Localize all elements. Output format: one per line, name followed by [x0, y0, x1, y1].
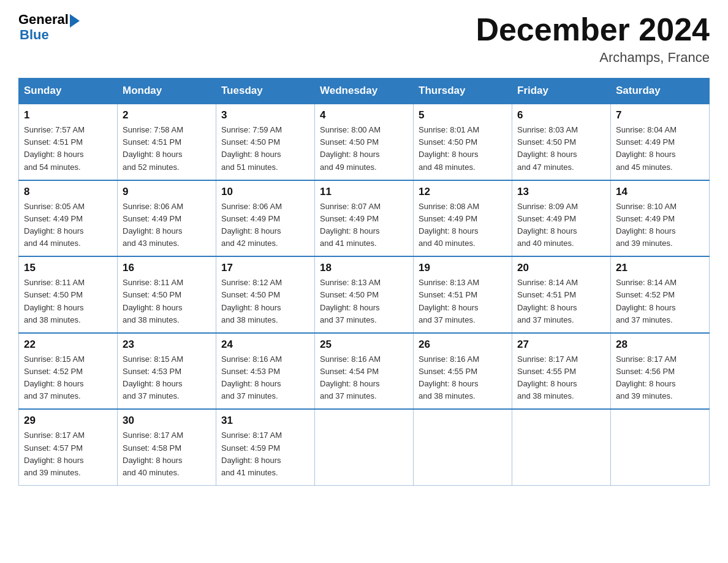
day-info: Sunrise: 8:13 AMSunset: 4:50 PMDaylight:… — [320, 277, 408, 326]
day-number: 12 — [419, 186, 507, 198]
calendar-cell: 6 Sunrise: 8:03 AMSunset: 4:50 PMDayligh… — [512, 104, 611, 180]
day-number: 31 — [221, 415, 309, 427]
day-info: Sunrise: 8:14 AMSunset: 4:51 PMDaylight:… — [517, 277, 605, 326]
logo: General Blue — [18, 12, 80, 42]
calendar-week-row: 1 Sunrise: 7:57 AMSunset: 4:51 PMDayligh… — [19, 104, 710, 180]
calendar-cell: 21 Sunrise: 8:14 AMSunset: 4:52 PMDaylig… — [611, 256, 710, 333]
day-number: 25 — [320, 339, 408, 351]
calendar-cell: 5 Sunrise: 8:01 AMSunset: 4:50 PMDayligh… — [414, 104, 512, 180]
calendar-cell: 4 Sunrise: 8:00 AMSunset: 4:50 PMDayligh… — [315, 104, 414, 180]
calendar-week-row: 22 Sunrise: 8:15 AMSunset: 4:52 PMDaylig… — [19, 333, 710, 410]
day-number: 23 — [123, 339, 211, 351]
column-header-monday: Monday — [118, 79, 216, 104]
calendar-cell: 18 Sunrise: 8:13 AMSunset: 4:50 PMDaylig… — [315, 256, 414, 333]
day-number: 19 — [419, 262, 507, 274]
day-info: Sunrise: 8:13 AMSunset: 4:51 PMDaylight:… — [419, 277, 507, 326]
day-info: Sunrise: 8:08 AMSunset: 4:49 PMDaylight:… — [419, 201, 507, 250]
calendar-cell: 13 Sunrise: 8:09 AMSunset: 4:49 PMDaylig… — [512, 180, 611, 257]
calendar-cell: 23 Sunrise: 8:15 AMSunset: 4:53 PMDaylig… — [118, 333, 216, 410]
day-number: 14 — [616, 186, 704, 198]
column-header-saturday: Saturday — [611, 79, 710, 104]
calendar-cell: 22 Sunrise: 8:15 AMSunset: 4:52 PMDaylig… — [19, 333, 118, 410]
calendar-cell: 25 Sunrise: 8:16 AMSunset: 4:54 PMDaylig… — [315, 333, 414, 410]
day-info: Sunrise: 8:06 AMSunset: 4:49 PMDaylight:… — [221, 201, 309, 250]
day-info: Sunrise: 8:17 AMSunset: 4:57 PMDaylight:… — [24, 429, 112, 479]
day-info: Sunrise: 7:57 AMSunset: 4:51 PMDaylight:… — [24, 124, 112, 174]
day-number: 6 — [517, 109, 605, 121]
day-info: Sunrise: 8:10 AMSunset: 4:49 PMDaylight:… — [616, 201, 704, 250]
column-header-sunday: Sunday — [19, 79, 118, 104]
day-info: Sunrise: 8:16 AMSunset: 4:53 PMDaylight:… — [221, 353, 309, 403]
calendar-cell: 27 Sunrise: 8:17 AMSunset: 4:55 PMDaylig… — [512, 333, 611, 410]
day-info: Sunrise: 8:06 AMSunset: 4:49 PMDaylight:… — [123, 201, 211, 250]
calendar-cell — [315, 409, 414, 485]
day-number: 21 — [616, 262, 704, 274]
calendar-cell: 15 Sunrise: 8:11 AMSunset: 4:50 PMDaylig… — [19, 256, 118, 333]
day-number: 27 — [517, 339, 605, 351]
day-info: Sunrise: 8:15 AMSunset: 4:53 PMDaylight:… — [123, 353, 211, 403]
day-info: Sunrise: 8:16 AMSunset: 4:54 PMDaylight:… — [320, 353, 408, 403]
calendar-cell — [512, 409, 611, 485]
calendar-cell: 8 Sunrise: 8:05 AMSunset: 4:49 PMDayligh… — [19, 180, 118, 257]
day-number: 29 — [24, 415, 112, 427]
calendar-cell: 10 Sunrise: 8:06 AMSunset: 4:49 PMDaylig… — [216, 180, 315, 257]
calendar-cell: 2 Sunrise: 7:58 AMSunset: 4:51 PMDayligh… — [118, 104, 216, 180]
day-number: 7 — [616, 109, 704, 121]
day-number: 17 — [221, 262, 309, 274]
day-info: Sunrise: 8:07 AMSunset: 4:49 PMDaylight:… — [320, 201, 408, 250]
day-info: Sunrise: 8:01 AMSunset: 4:50 PMDaylight:… — [419, 124, 507, 174]
calendar-header-row: SundayMondayTuesdayWednesdayThursdayFrid… — [19, 79, 710, 104]
calendar-week-row: 8 Sunrise: 8:05 AMSunset: 4:49 PMDayligh… — [19, 180, 710, 257]
calendar-cell: 9 Sunrise: 8:06 AMSunset: 4:49 PMDayligh… — [118, 180, 216, 257]
calendar-cell: 1 Sunrise: 7:57 AMSunset: 4:51 PMDayligh… — [19, 104, 118, 180]
day-number: 13 — [517, 186, 605, 198]
calendar-cell: 30 Sunrise: 8:17 AMSunset: 4:58 PMDaylig… — [118, 409, 216, 485]
month-title: December 2024 — [476, 12, 710, 47]
day-info: Sunrise: 8:15 AMSunset: 4:52 PMDaylight:… — [24, 353, 112, 403]
day-number: 9 — [123, 186, 211, 198]
calendar-cell: 17 Sunrise: 8:12 AMSunset: 4:50 PMDaylig… — [216, 256, 315, 333]
calendar-cell — [414, 409, 512, 485]
calendar-cell: 3 Sunrise: 7:59 AMSunset: 4:50 PMDayligh… — [216, 104, 315, 180]
day-number: 28 — [616, 339, 704, 351]
day-number: 20 — [517, 262, 605, 274]
day-info: Sunrise: 8:14 AMSunset: 4:52 PMDaylight:… — [616, 277, 704, 326]
day-info: Sunrise: 8:17 AMSunset: 4:55 PMDaylight:… — [517, 353, 605, 403]
day-info: Sunrise: 8:17 AMSunset: 4:56 PMDaylight:… — [616, 353, 704, 403]
day-number: 1 — [24, 109, 112, 121]
day-info: Sunrise: 8:12 AMSunset: 4:50 PMDaylight:… — [221, 277, 309, 326]
day-info: Sunrise: 8:17 AMSunset: 4:59 PMDaylight:… — [221, 429, 309, 479]
day-number: 22 — [24, 339, 112, 351]
calendar-cell: 11 Sunrise: 8:07 AMSunset: 4:49 PMDaylig… — [315, 180, 414, 257]
day-info: Sunrise: 8:03 AMSunset: 4:50 PMDaylight:… — [517, 124, 605, 174]
calendar-cell: 16 Sunrise: 8:11 AMSunset: 4:50 PMDaylig… — [118, 256, 216, 333]
day-info: Sunrise: 8:11 AMSunset: 4:50 PMDaylight:… — [24, 277, 112, 326]
day-number: 26 — [419, 339, 507, 351]
location: Archamps, France — [476, 50, 710, 66]
day-info: Sunrise: 8:11 AMSunset: 4:50 PMDaylight:… — [123, 277, 211, 326]
day-number: 11 — [320, 186, 408, 198]
page-header: General Blue December 2024 Archamps, Fra… — [18, 12, 710, 66]
logo-text-general: General — [18, 12, 69, 27]
calendar-cell: 31 Sunrise: 8:17 AMSunset: 4:59 PMDaylig… — [216, 409, 315, 485]
day-number: 3 — [221, 109, 309, 121]
calendar-cell: 20 Sunrise: 8:14 AMSunset: 4:51 PMDaylig… — [512, 256, 611, 333]
day-number: 24 — [221, 339, 309, 351]
day-info: Sunrise: 8:04 AMSunset: 4:49 PMDaylight:… — [616, 124, 704, 174]
day-number: 15 — [24, 262, 112, 274]
title-section: December 2024 Archamps, France — [476, 12, 710, 66]
day-number: 5 — [419, 109, 507, 121]
day-info: Sunrise: 8:00 AMSunset: 4:50 PMDaylight:… — [320, 124, 408, 174]
calendar-cell: 12 Sunrise: 8:08 AMSunset: 4:49 PMDaylig… — [414, 180, 512, 257]
day-info: Sunrise: 7:58 AMSunset: 4:51 PMDaylight:… — [123, 124, 211, 174]
calendar-week-row: 29 Sunrise: 8:17 AMSunset: 4:57 PMDaylig… — [19, 409, 710, 485]
calendar-cell: 19 Sunrise: 8:13 AMSunset: 4:51 PMDaylig… — [414, 256, 512, 333]
day-info: Sunrise: 8:17 AMSunset: 4:58 PMDaylight:… — [123, 429, 211, 479]
day-number: 2 — [123, 109, 211, 121]
column-header-thursday: Thursday — [414, 79, 512, 104]
calendar-cell: 28 Sunrise: 8:17 AMSunset: 4:56 PMDaylig… — [611, 333, 710, 410]
column-header-tuesday: Tuesday — [216, 79, 315, 104]
column-header-wednesday: Wednesday — [315, 79, 414, 104]
day-number: 10 — [221, 186, 309, 198]
calendar-cell: 29 Sunrise: 8:17 AMSunset: 4:57 PMDaylig… — [19, 409, 118, 485]
